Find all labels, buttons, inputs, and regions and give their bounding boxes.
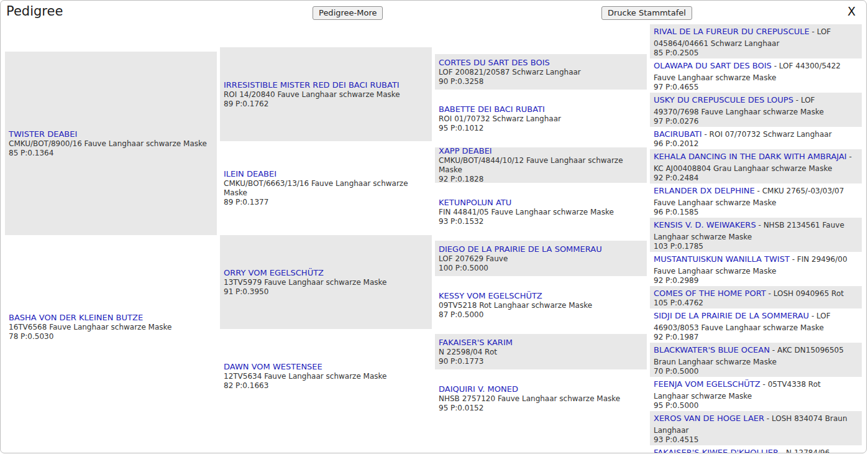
dog-name-link[interactable]: KESSY VOM EGELSCHÜTZ	[439, 291, 643, 301]
dog-name-link[interactable]: ERLANDER DX DELPHINE	[654, 186, 755, 195]
dog-registration-info: ROI 14/20840 Fauve Langhaar schwarze Mas…	[224, 90, 428, 100]
dog-name-link[interactable]: BASHA VON DER KLEINEN BUTZE	[9, 313, 213, 323]
dog-name-link[interactable]: KENSIS V. D. WEIWAKERS	[654, 220, 756, 229]
dog-name-link[interactable]: FEENJA VOM EGELSCHÜTZ	[654, 379, 761, 389]
name-info-separator: -	[810, 27, 817, 36]
dog-name-line: KEHALA DANCING IN THE DARK WITH AMBRAJAI…	[654, 150, 858, 174]
dog-name-link[interactable]: KEHALA DANCING IN THE DARK WITH AMBRAJAI	[654, 152, 847, 161]
dog-registration-info: LOF 207629 Fauve	[439, 254, 643, 264]
dog-name-line: KENSIS V. D. WEIWAKERS - NHSB 2134561 Fa…	[654, 218, 858, 242]
dog-name-link[interactable]: MUSTANTUISKUN WANILLA TWIST	[654, 254, 790, 264]
dog-name-link[interactable]: TWISTER DEABEI	[9, 129, 213, 139]
pedigree-more-button[interactable]: Pedigree-More	[313, 6, 383, 20]
generation-column-4: RIVAL DE LA FUREUR DU CREPUSCULE - LOF 0…	[650, 24, 862, 446]
dog-name-link[interactable]: FAKAISER'S KARIM	[439, 338, 643, 348]
pedigree-cell: BABETTE DEI BACI RUBATIROI 01/70732 Schw…	[435, 101, 647, 136]
pedigree-cell: KESSY VOM EGELSCHÜTZ09TV5218 Rot Langhaa…	[435, 287, 647, 323]
dog-score: 97 P:0.4655	[654, 83, 858, 91]
dog-score: 90 P:0.1773	[439, 357, 643, 366]
dog-name-link[interactable]: BLACKWATER'S BLUE OCEAN	[654, 345, 770, 354]
dog-registration-info: CMKU/BOT/6663/13/16 Fauve Langhaar schwa…	[224, 179, 428, 198]
dog-name-line: BLACKWATER'S BLUE OCEAN - AKC DN15096505…	[654, 343, 858, 367]
pedigree-cell: DAWN VOM WESTENSEE12TV5634 Fauve Langhaa…	[220, 329, 432, 423]
dog-registration-info: LOF 200821/20587 Schwarz Langhaar	[439, 68, 643, 77]
dog-registration-info: CMKU/BOT/8900/16 Fauve Langhaar schwarze…	[9, 139, 213, 149]
dog-registration-info: 13TV5979 Fauve Langhaar schwarze Maske	[224, 278, 428, 287]
dog-registration-info: KC AJ00408804 Grau Langhaar schwarze Mas…	[654, 164, 832, 173]
dog-name-link[interactable]: USKY DU CREPUSCULE DES LOUPS	[654, 95, 793, 104]
dog-name-link[interactable]: DAIQUIRI V. MONED	[439, 384, 643, 394]
dog-registration-info: CMKU/BOT/4844/10/12 Fauve Langhaar schwa…	[439, 156, 643, 175]
dog-name-line: MUSTANTUISKUN WANILLA TWIST - FIN 29496/…	[654, 252, 858, 276]
dog-score: 89 P:0.1762	[224, 100, 428, 109]
dog-name-link[interactable]: CORTES DU SART DES BOIS	[439, 58, 643, 68]
dog-name-line: BACIRUBATI - ROI 07/70732 Schwarz Langha…	[654, 127, 858, 139]
pedigree-cell: FEENJA VOM EGELSCHÜTZ - 05TV4338 Rot Lan…	[650, 377, 862, 411]
pedigree-cell: IRRESISTIBLE MISTER RED DEI BACI RUBATIR…	[220, 47, 432, 141]
dog-score: 82 P:0.1663	[224, 381, 428, 391]
pedigree-cell: KEHALA DANCING IN THE DARK WITH AMBRAJAI…	[650, 149, 862, 183]
dog-score: 103 P:0.1785	[654, 242, 858, 251]
dog-name-line: USKY DU CREPUSCULE DES LOUPS - LOF 49370…	[654, 93, 858, 117]
name-info-separator: -	[847, 152, 852, 161]
name-info-separator: -	[790, 255, 797, 264]
dog-name-line: FAKAISER'S KIWEE D'KHOLLIER - N 12784/96	[654, 446, 858, 453]
generation-column-1: TWISTER DEABEICMKU/BOT/8900/16 Fauve Lan…	[5, 24, 217, 446]
header-bar: Pedigree Pedigree-More Drucke Stammtafel…	[1, 1, 866, 24]
pedigree-cell: BACIRUBATI - ROI 07/70732 Schwarz Langha…	[650, 127, 862, 149]
dog-name-line: SIDJI DE LA PRAIRIE DE LA SOMMERAU - LOF…	[654, 309, 858, 333]
dog-score: 85 P:0.1364	[9, 149, 213, 158]
dog-name-link[interactable]: FAKAISER'S KIWEE D'KHOLLIER	[654, 448, 779, 453]
dog-score: 70 P:0.5000	[654, 367, 858, 376]
dog-name-link[interactable]: DIEGO DE LA PRAIRIE DE LA SOMMERAU	[439, 244, 643, 254]
dog-name-link[interactable]: IRRESISTIBLE MISTER RED DEI BACI RUBATI	[224, 80, 428, 90]
pedigree-window: Pedigree Pedigree-More Drucke Stammtafel…	[0, 0, 867, 453]
pedigree-cell: KENSIS V. D. WEIWAKERS - NHSB 2134561 Fa…	[650, 218, 862, 252]
dog-name-link[interactable]: COMES OF THE HOME PORT	[654, 289, 766, 298]
dog-name-link[interactable]: SIDJI DE LA PRAIRIE DE LA SOMMERAU	[654, 311, 809, 320]
generation-column-2: IRRESISTIBLE MISTER RED DEI BACI RUBATIR…	[220, 24, 432, 446]
dog-registration-info: NHSB 2757120 Fauve Langhaar schwarze Mas…	[439, 394, 643, 404]
dog-name-line: RIVAL DE LA FUREUR DU CREPUSCULE - LOF 0…	[654, 25, 858, 49]
dog-name-link[interactable]: ILEIN DEABEI	[224, 169, 428, 179]
dog-registration-info: ROI 01/70732 Schwarz Langhaar	[439, 114, 643, 124]
dog-name-link[interactable]: XAPP DEABEI	[439, 146, 643, 156]
dog-name-line: FEENJA VOM EGELSCHÜTZ - 05TV4338 Rot Lan…	[654, 378, 858, 401]
dog-score: 89 P:0.1377	[224, 198, 428, 207]
pedigree-cell: FAKAISER'S KARIMN 22598/04 Rot90 P:0.177…	[435, 334, 647, 369]
name-info-separator: -	[770, 346, 777, 354]
name-info-separator: -	[772, 62, 779, 70]
dog-name-link[interactable]: BACIRUBATI	[654, 129, 702, 139]
dog-score: 92 P:0.2989	[654, 276, 858, 285]
dog-score: 92 P:0.2484	[654, 174, 858, 182]
pedigree-cell: RIVAL DE LA FUREUR DU CREPUSCULE - LOF 0…	[650, 24, 862, 58]
dog-name-line: OLAWAPA DU SART DES BOIS - LOF 44300/542…	[654, 59, 858, 83]
dog-name-link[interactable]: BABETTE DEI BACI RUBATI	[439, 104, 643, 114]
pedigree-grid: TWISTER DEABEICMKU/BOT/8900/16 Fauve Lan…	[1, 24, 866, 446]
dog-registration-info: FIN 44841/05 Fauve Langhaar schwarze Mas…	[439, 208, 643, 217]
dog-name-link[interactable]: XEROS VAN DE HOGE LAER	[654, 414, 764, 423]
dog-name-line: COMES OF THE HOME PORT - LOSH 0940965 Ro…	[654, 287, 858, 299]
dog-name-link[interactable]: ORRY VOM EGELSCHÜTZ	[224, 268, 428, 278]
print-pedigree-button[interactable]: Drucke Stammtafel	[601, 6, 692, 20]
pedigree-cell: USKY DU CREPUSCULE DES LOUPS - LOF 49370…	[650, 93, 862, 127]
pedigree-cell: DAIQUIRI V. MONEDNHSB 2757120 Fauve Lang…	[435, 381, 647, 416]
dog-score: 93 P:0.4515	[654, 435, 858, 444]
dog-registration-info: ROI 07/70732 Schwarz Langhaar	[710, 130, 832, 139]
close-icon[interactable]: X	[847, 4, 856, 18]
pedigree-cell: CORTES DU SART DES BOISLOF 200821/20587 …	[435, 54, 647, 90]
dog-name-link[interactable]: RIVAL DE LA FUREUR DU CREPUSCULE	[654, 27, 810, 36]
dog-score: 92 P:0.1828	[439, 175, 643, 184]
page-title: Pedigree	[6, 4, 63, 19]
dog-score: 91 P:0.3950	[224, 287, 428, 297]
name-info-separator: -	[793, 96, 801, 104]
dog-registration-info: 12TV5634 Fauve Langhaar schwarze Maske	[224, 372, 428, 381]
pedigree-cell: ILEIN DEABEICMKU/BOT/6663/13/16 Fauve La…	[220, 141, 432, 235]
pedigree-cell: XAPP DEABEICMKU/BOT/4844/10/12 Fauve Lan…	[435, 147, 647, 183]
name-info-separator: -	[702, 130, 710, 139]
pedigree-cell: ERLANDER DX DELPHINE - CMKU 2765/-03/03/…	[650, 183, 862, 218]
dog-name-link[interactable]: OLAWAPA DU SART DES BOIS	[654, 61, 772, 70]
dog-name-link[interactable]: KETUNPOLUN ATU	[439, 198, 643, 208]
dog-score: 96 P:0.1585	[654, 208, 858, 216]
dog-name-link[interactable]: DAWN VOM WESTENSEE	[224, 362, 428, 372]
